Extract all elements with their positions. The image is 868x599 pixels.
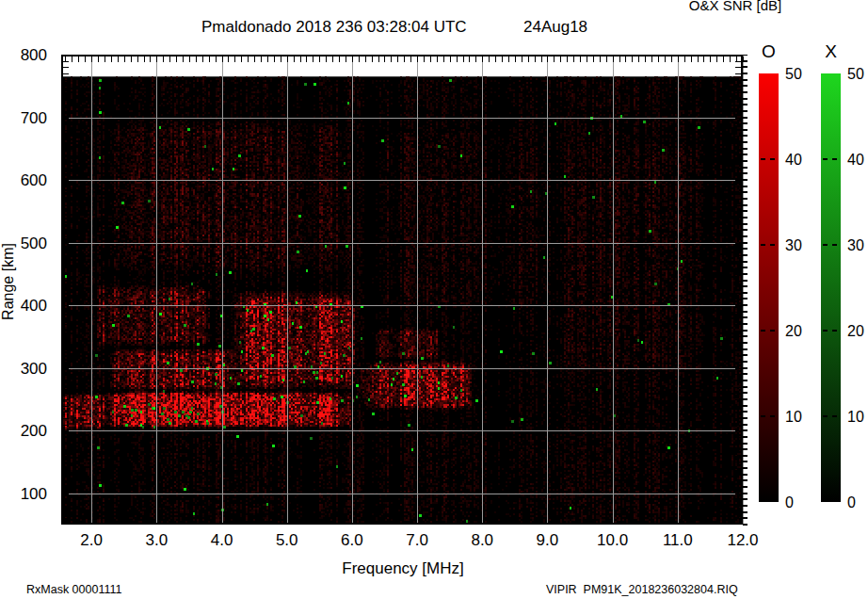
- colorbar-title: O&X SNR [dB]: [665, 0, 806, 13]
- x-tick-label: 4.0: [201, 531, 243, 550]
- colorbar-tick-dash: [832, 158, 837, 160]
- ionogram-window: Pmaldonado 2018 236 03:28:04 UTC 24Aug18…: [0, 0, 868, 599]
- colorbar-tick-label: 50: [785, 66, 802, 83]
- y-tick-label: 500: [11, 235, 47, 253]
- ionogram-heatmap-canvas: [61, 55, 752, 526]
- x-tick-label: 6.0: [331, 531, 373, 550]
- colorbar-tick-dash: [761, 415, 765, 417]
- colorbar-tick-dash: [761, 158, 765, 160]
- x-tick-label: 9.0: [526, 531, 568, 550]
- y-tick-label: 100: [11, 485, 47, 504]
- colorbar-tick-dash: [832, 330, 837, 332]
- colorbar-tick-label: 0: [847, 494, 856, 511]
- colorbar-tick-dash: [832, 415, 837, 417]
- rxmask-status: RxMask 00001111: [26, 583, 121, 596]
- colorbar-tick-label: 40: [847, 152, 864, 169]
- colorbar-x: [821, 73, 841, 502]
- colorbar-tick-label: 40: [785, 152, 802, 169]
- colorbar-tick-label: 0: [785, 494, 794, 511]
- x-tick-label: 5.0: [266, 531, 308, 550]
- colorbar-tick-dash: [823, 330, 828, 332]
- colorbar-tick-label: 30: [785, 237, 802, 254]
- colorbar-tick-dash: [770, 158, 775, 160]
- colorbar-o: [759, 73, 779, 502]
- colorbar-tick-label: 30: [847, 237, 864, 254]
- y-tick-label: 600: [11, 171, 47, 190]
- colorbar-x-header: X: [821, 41, 841, 62]
- colorbar-tick-dash: [823, 158, 828, 160]
- x-tick-label: 11.0: [657, 531, 699, 550]
- colorbar-tick-dash: [770, 244, 775, 246]
- x-tick-label: 10.0: [592, 531, 634, 550]
- y-tick-label: 200: [11, 422, 47, 441]
- colorbar-tick-label: 20: [785, 323, 802, 340]
- x-tick-label: 12.0: [722, 531, 764, 550]
- colorbar-tick-label: 10: [847, 409, 864, 426]
- colorbar-tick-dash: [761, 330, 765, 332]
- data-file-name: VIPIR PM91K_2018236032804.RIQ: [546, 583, 738, 596]
- plot-title: Pmaldonado 2018 236 03:28:04 UTC: [201, 18, 467, 37]
- y-tick-label: 700: [11, 109, 47, 128]
- x-tick-label: 3.0: [136, 531, 177, 550]
- plot-date: 24Aug18: [523, 18, 587, 37]
- colorbar-tick-dash: [770, 330, 775, 332]
- y-tick-label: 400: [11, 297, 47, 316]
- y-tick-label: 300: [11, 360, 47, 379]
- x-tick-label: 7.0: [396, 531, 438, 550]
- x-tick-label: 8.0: [461, 531, 503, 550]
- x-tick-label: 2.0: [71, 531, 112, 550]
- colorbar-tick-label: 20: [847, 323, 864, 340]
- colorbar-tick-label: 50: [847, 66, 864, 83]
- x-axis-label: Frequency [MHz]: [336, 559, 470, 578]
- colorbar-tick-dash: [770, 415, 775, 417]
- colorbar-tick-label: 10: [785, 409, 802, 426]
- colorbar-tick-dash: [823, 244, 828, 246]
- colorbar-o-header: O: [759, 41, 779, 62]
- colorbar-tick-dash: [832, 244, 837, 246]
- colorbar-tick-dash: [823, 415, 828, 417]
- colorbar-tick-dash: [761, 244, 765, 246]
- y-tick-label: 800: [11, 46, 47, 65]
